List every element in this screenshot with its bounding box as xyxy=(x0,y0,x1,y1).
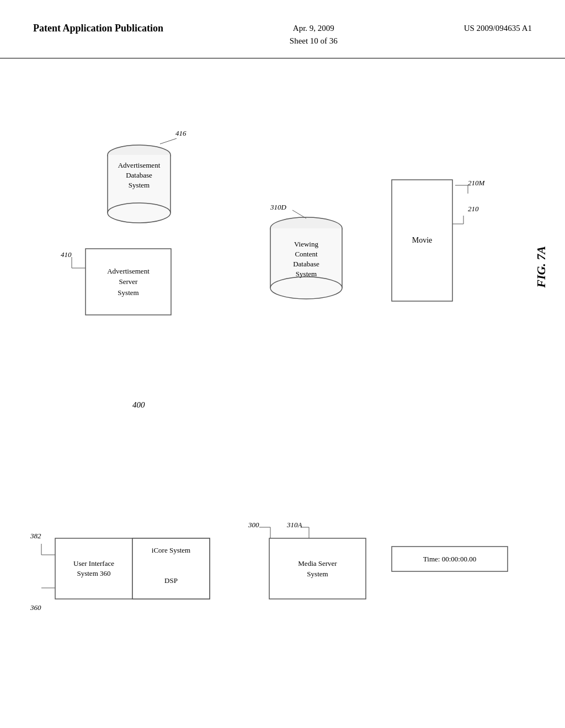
label-400: 400 xyxy=(132,400,145,410)
publication-title: Patent Application Publication xyxy=(33,22,163,35)
patent-number: US 2009/094635 A1 xyxy=(464,22,532,35)
label-210: 210 xyxy=(468,205,479,213)
label-300: 300 xyxy=(248,521,259,529)
label-310D: 310D xyxy=(270,203,286,212)
label-416: 416 xyxy=(175,129,186,138)
diagram-svg xyxy=(0,58,565,720)
header-center: Apr. 9, 2009 Sheet 10 of 36 xyxy=(290,22,338,47)
movie-text: Movie xyxy=(392,180,452,301)
label-210M: 210M xyxy=(468,179,484,188)
time-display-text: Time: 00:00:00.00 xyxy=(392,547,508,571)
media-server-text: Media ServerSystem xyxy=(269,538,366,599)
page-header: Patent Application Publication Apr. 9, 2… xyxy=(0,0,565,58)
svg-point-4 xyxy=(108,203,170,223)
label-382: 382 xyxy=(30,532,41,540)
label-410-text: 410 xyxy=(61,250,72,259)
dsp-text: DSP xyxy=(132,563,210,599)
diagram-area: 416 Advertisement Database System 410 Ad… xyxy=(0,58,565,720)
label-360: 360 xyxy=(30,603,41,612)
label-310A: 310A xyxy=(287,521,302,529)
user-interface-text: User InterfaceSystem 360 xyxy=(55,538,132,599)
svg-line-5 xyxy=(160,138,177,144)
viewing-content-db-text: ViewingContentDatabaseSystem xyxy=(270,229,342,289)
label-410: 410 xyxy=(61,250,72,259)
sheet-info: Sheet 10 of 36 xyxy=(290,36,338,45)
adv-server-text: AdvertisementServerSystem xyxy=(86,249,171,315)
figure-label: FIG. 7A xyxy=(534,246,548,288)
adv-db-text: Advertisement Database System xyxy=(108,160,170,191)
icore-text: iCore System xyxy=(132,538,210,563)
date: Apr. 9, 2009 xyxy=(293,24,334,33)
